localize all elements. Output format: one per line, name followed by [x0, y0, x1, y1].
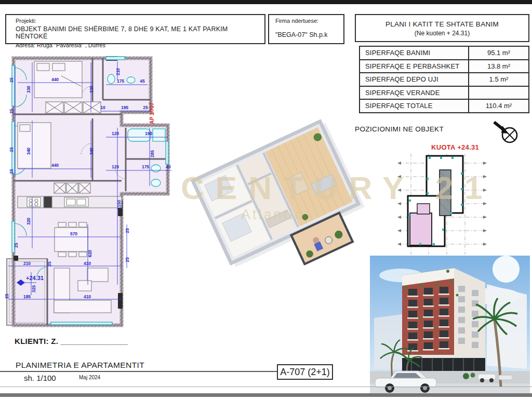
dimension-label: 570	[70, 231, 77, 236]
drawing-sheet: Projekti: OBJEKT BANIMI DHE SHËRBIME 7, …	[0, 0, 532, 399]
table-row: SIPERFAQE TOTALE110.4 m²	[360, 99, 529, 113]
kuota-label: KUOTA +24.31	[431, 143, 479, 151]
dimension-label: 340	[26, 148, 31, 155]
area-value	[469, 86, 529, 100]
dimension-label: 175	[142, 164, 149, 169]
dimension-label: 120	[112, 131, 119, 136]
dimension-label: 25	[9, 109, 14, 114]
dimension-label: 285	[150, 150, 155, 157]
area-table-body: SIPERFAQE BANIMI95.1 m² SIPERFAQE E PERB…	[360, 46, 529, 113]
dimension-label: 25	[125, 228, 130, 233]
footer-rule	[0, 387, 532, 387]
drawing-title: PLANIMETRIA E APARTAMENTIT	[16, 361, 144, 370]
position-section-title: POZICIONIMI NE OBJEKT	[355, 125, 444, 133]
area-value: 110.4 m²	[469, 99, 529, 113]
top-border-bar	[0, 0, 532, 4]
builder-name: "BEGA-07" Sh.p.k	[275, 31, 340, 38]
area-value: 95.1 m²	[469, 46, 529, 60]
dimension-label: 25	[125, 257, 130, 262]
dimension-label: 1150	[116, 200, 122, 210]
dimension-label: 25	[9, 147, 14, 152]
table-row: SIPERFAQE BANIMI95.1 m²	[360, 46, 529, 60]
project-title: OBJEKT BANIMI DHE SHËRBIME 7, 8 DHE 9 KA…	[16, 25, 261, 40]
sheet-subtitle: (Ne kuoten + 24.31)	[356, 30, 528, 37]
dimension-label: 320	[26, 218, 31, 225]
area-label: SIPERFAQE VERANDE	[360, 86, 469, 100]
position-plan	[396, 152, 489, 257]
wardrobe	[46, 102, 101, 113]
dimension-label: 330	[26, 86, 31, 93]
dimension-label: 190	[145, 131, 152, 136]
dimension-label: 25	[9, 77, 14, 83]
dining-table	[55, 222, 88, 257]
iso-apartment	[193, 119, 369, 292]
builder-label: Firma ndertuese:	[275, 18, 340, 24]
dimension-label: 440	[51, 163, 59, 168]
dimension-label: 325	[31, 285, 36, 292]
project-address: Adresa: Rruga "Pavaresia" , Durres	[16, 42, 261, 48]
area-label: SIPERFAQE BANIMI	[360, 46, 469, 60]
dimension-label: 25	[4, 294, 9, 299]
titleblock-divider	[0, 371, 277, 372]
dimension-label: 45	[140, 78, 145, 84]
dimension-label: 25	[14, 243, 19, 248]
floor-plan-3d	[178, 103, 369, 294]
area-label: SIPERFAQE TOTALE	[360, 99, 469, 113]
level-mark: +24.31	[26, 275, 44, 281]
builder-info-box: Firma ndertuese: "BEGA-07" Sh.p.k	[268, 14, 344, 44]
area-value: 13.8 m²	[469, 60, 529, 73]
dimension-label: 440	[51, 77, 59, 82]
building-outline	[408, 156, 463, 246]
dimension-label: 25	[9, 169, 14, 174]
highlighted-unit	[410, 213, 432, 245]
table-row: SIPERFAQE E PERBASHKET13.8 m²	[360, 60, 529, 73]
dimension-label: 410	[84, 261, 91, 266]
sheet-title: PLANI I KATIT TE SHTATE BANIM	[356, 20, 528, 28]
table-row: SIPERFAQE VERANDE	[360, 86, 529, 100]
project-info-box: Projekti: OBJEKT BANIMI DHE SHËRBIME 7, …	[5, 14, 265, 44]
project-label: Projekti:	[16, 18, 261, 24]
dimension-label: 185	[23, 294, 31, 299]
dimension-label: 620	[87, 250, 92, 257]
sheet-ref-box: A-707 (2+1)	[277, 364, 333, 380]
dimension-label: 410	[84, 294, 91, 299]
dimension-label: 210	[115, 68, 121, 75]
area-label: SIPERFAQE DEPO UJI	[360, 73, 469, 86]
client-line: KLIENTI: Z. _______________	[15, 337, 128, 345]
dimension-label: 340	[89, 148, 94, 155]
dimension-label: 175	[117, 78, 124, 84]
dimension-label: 25	[143, 105, 148, 110]
area-table: SIPERFAQE BANIMI95.1 m² SIPERFAQE E PERB…	[359, 46, 529, 113]
scale-label: sh. 1/100	[24, 374, 56, 382]
dimension-label: 40	[166, 164, 171, 169]
north-arrow-icon	[490, 119, 523, 147]
dimension-label: 120	[112, 164, 119, 169]
dimension-label: 210	[23, 261, 31, 266]
date-label: Maj 2024	[79, 375, 100, 380]
dimension-label: 10	[100, 105, 105, 110]
area-value: 1.5 m²	[469, 73, 529, 86]
dimension-label: 25	[47, 261, 52, 267]
building-rendering	[370, 256, 530, 396]
bottom-border-bar	[0, 393, 532, 397]
table-row: SIPERFAQE DEPO UJI1.5 m²	[360, 73, 529, 86]
area-label: SIPERFAQE E PERBASHKET	[360, 60, 469, 73]
dimension-label: 330	[89, 86, 94, 93]
sheet-title-box: PLANI I KATIT TE SHTATE BANIM (Ne kuoten…	[355, 14, 529, 42]
dimension-label: 195	[121, 105, 128, 110]
apartment-ref-label: AP 1/707	[149, 102, 155, 124]
floor-plan-2d: 4403303302525210175451019525440340340252…	[4, 50, 178, 337]
